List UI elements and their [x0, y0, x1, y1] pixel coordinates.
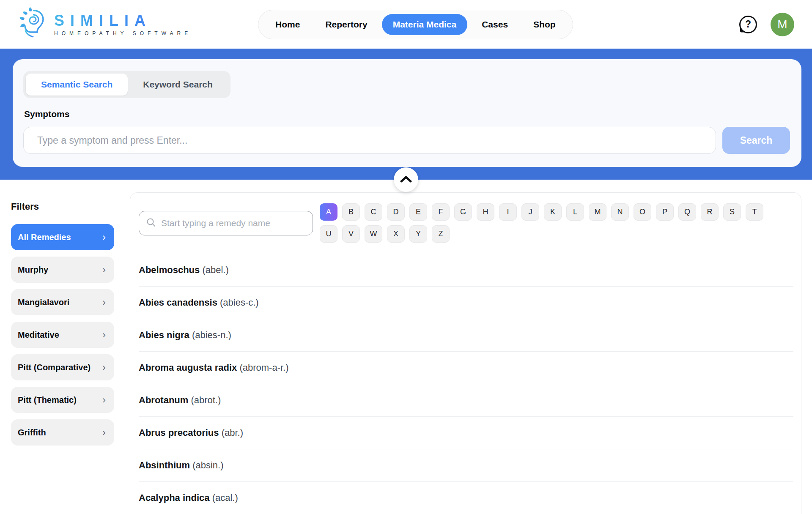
search-button[interactable]: Search	[722, 127, 790, 154]
filters-title: Filters	[11, 201, 39, 212]
remedy-row-abrus-precatorius[interactable]: Abrus precatorius (abr.)	[139, 417, 793, 449]
remedy-row-absinthium[interactable]: Absinthium (absin.)	[139, 449, 793, 482]
chevron-right-icon: ›	[102, 232, 106, 242]
tab-keyword-search[interactable]: Keyword Search	[128, 74, 228, 96]
app-header: SIMILIA HOMEOPATHY SOFTWARE HomeRepertor…	[0, 0, 812, 49]
letter-button-i[interactable]: I	[499, 203, 517, 221]
letter-button-n[interactable]: N	[611, 203, 629, 221]
tab-semantic-search[interactable]: Semantic Search	[26, 74, 128, 96]
filter-item-label: Mangialavori	[18, 298, 69, 307]
chevron-right-icon: ›	[102, 297, 106, 307]
chevron-right-icon: ›	[102, 265, 106, 275]
main-nav: HomeRepertoryMateria MedicaCasesShop	[258, 10, 573, 39]
remedy-abbreviation: (absin.)	[192, 460, 223, 470]
letter-button-f[interactable]: F	[432, 203, 450, 221]
letter-button-z[interactable]: Z	[432, 225, 450, 243]
filter-item-all-remedies[interactable]: All Remedies›	[11, 224, 114, 250]
letter-button-t[interactable]: T	[746, 203, 763, 221]
filter-item-label: Pitt (Comparative)	[18, 363, 91, 372]
remedy-name: Abrus precatorius	[139, 427, 219, 438]
letter-button-s[interactable]: S	[723, 203, 741, 221]
remedy-name: Abelmoschus	[139, 265, 200, 275]
remedy-row-abrotanum[interactable]: Abrotanum (abrot.)	[139, 384, 793, 417]
chevron-up-icon	[400, 175, 412, 184]
brand-name: SIMILIA	[54, 12, 192, 29]
remedy-browser-panel: ABCDEFGHIJKLMNOPQRSTUVWXYZ Abelmoschus (…	[130, 192, 801, 514]
help-icon[interactable]: ?	[739, 16, 757, 33]
remedy-row-abroma-augusta-radix[interactable]: Abroma augusta radix (abrom-a-r.)	[139, 352, 793, 384]
remedy-name: Abies canadensis	[139, 297, 217, 308]
alphabet-filter: ABCDEFGHIJKLMNOPQRSTUVWXYZ	[320, 203, 774, 243]
remedy-row-abies-canadensis[interactable]: Abies canadensis (abies-c.)	[139, 287, 793, 319]
symptoms-label: Symptoms	[24, 109, 69, 119]
filter-item-murphy[interactable]: Murphy›	[11, 257, 114, 283]
letter-button-p[interactable]: P	[656, 203, 674, 221]
letter-button-r[interactable]: R	[701, 203, 719, 221]
avatar[interactable]: M	[771, 13, 794, 36]
letter-button-w[interactable]: W	[365, 225, 382, 243]
brand-logo[interactable]: SIMILIA HOMEOPATHY SOFTWARE	[18, 6, 192, 43]
remedy-name: Abroma augusta radix	[139, 362, 237, 373]
letter-button-x[interactable]: X	[387, 225, 405, 243]
letter-button-b[interactable]: B	[342, 203, 360, 221]
filter-item-label: Murphy	[18, 265, 48, 275]
chevron-right-icon: ›	[102, 330, 106, 340]
filter-item-label: Pitt (Thematic)	[18, 395, 77, 405]
letter-button-j[interactable]: J	[521, 203, 539, 221]
nav-item-shop[interactable]: Shop	[522, 14, 567, 35]
letter-button-h[interactable]: H	[477, 203, 494, 221]
filter-item-meditative[interactable]: Meditative›	[11, 322, 114, 348]
remedy-abbreviation: (abrot.)	[191, 395, 221, 405]
filter-item-pitt-thematic[interactable]: Pitt (Thematic)›	[11, 387, 114, 413]
remedy-abbreviation: (abel.)	[202, 265, 228, 275]
letter-button-u[interactable]: U	[320, 225, 337, 243]
chevron-right-icon: ›	[102, 427, 106, 437]
remedy-search	[139, 211, 313, 235]
letter-button-m[interactable]: M	[589, 203, 606, 221]
filter-item-mangialavori[interactable]: Mangialavori›	[11, 289, 114, 315]
remedy-list: Abelmoschus (abel.)Abies canadensis (abi…	[139, 254, 793, 514]
collapse-search-button[interactable]	[394, 167, 418, 192]
remedy-row-abies-nigra[interactable]: Abies nigra (abies-n.)	[139, 319, 793, 352]
remedy-search-input[interactable]	[161, 218, 306, 228]
letter-button-a[interactable]: A	[320, 203, 337, 221]
letter-button-e[interactable]: E	[409, 203, 427, 221]
search-banner: Semantic SearchKeyword Search Symptoms S…	[0, 49, 812, 180]
chevron-right-icon: ›	[102, 362, 106, 372]
symptom-input[interactable]	[23, 127, 716, 154]
letter-button-v[interactable]: V	[342, 225, 360, 243]
search-icon	[146, 217, 156, 229]
remedy-name: Abrotanum	[139, 395, 188, 405]
letter-button-d[interactable]: D	[387, 203, 405, 221]
filter-item-label: All Remedies	[18, 232, 71, 242]
remedy-abbreviation: (abies-c.)	[220, 297, 259, 308]
letter-button-y[interactable]: Y	[409, 225, 427, 243]
nav-item-cases[interactable]: Cases	[471, 14, 519, 35]
remedy-abbreviation: (abrom-a-r.)	[239, 362, 288, 373]
letter-button-o[interactable]: O	[634, 203, 651, 221]
remedy-abbreviation: (acal.)	[212, 492, 238, 503]
remedy-row-acalypha-indica[interactable]: Acalypha indica (acal.)	[139, 482, 793, 514]
filter-item-griffith[interactable]: Griffith›	[11, 419, 114, 446]
letter-button-c[interactable]: C	[365, 203, 382, 221]
filter-item-pitt-comparative[interactable]: Pitt (Comparative)›	[11, 354, 114, 380]
nav-item-repertory[interactable]: Repertory	[314, 14, 378, 35]
nav-item-home[interactable]: Home	[264, 14, 311, 35]
brand-tagline: HOMEOPATHY SOFTWARE	[54, 30, 192, 36]
remedy-row-abelmoschus[interactable]: Abelmoschus (abel.)	[139, 254, 793, 287]
remedy-name: Acalypha indica	[139, 492, 210, 503]
letter-button-q[interactable]: Q	[678, 203, 696, 221]
header-actions: ? M	[739, 13, 794, 36]
remedy-name: Absinthium	[139, 460, 190, 470]
letter-button-l[interactable]: L	[566, 203, 584, 221]
letter-button-g[interactable]: G	[454, 203, 472, 221]
letter-button-k[interactable]: K	[544, 203, 562, 221]
filters-list: All Remedies›Murphy›Mangialavori›Meditat…	[11, 224, 114, 446]
nav-item-materia-medica[interactable]: Materia Medica	[382, 14, 468, 35]
chevron-right-icon: ›	[102, 395, 106, 405]
remedy-abbreviation: (abr.)	[222, 427, 243, 438]
filter-item-label: Meditative	[18, 330, 59, 340]
remedy-abbreviation: (abies-n.)	[192, 330, 231, 340]
remedy-name: Abies nigra	[139, 330, 189, 340]
brand-logo-icon	[18, 6, 50, 43]
